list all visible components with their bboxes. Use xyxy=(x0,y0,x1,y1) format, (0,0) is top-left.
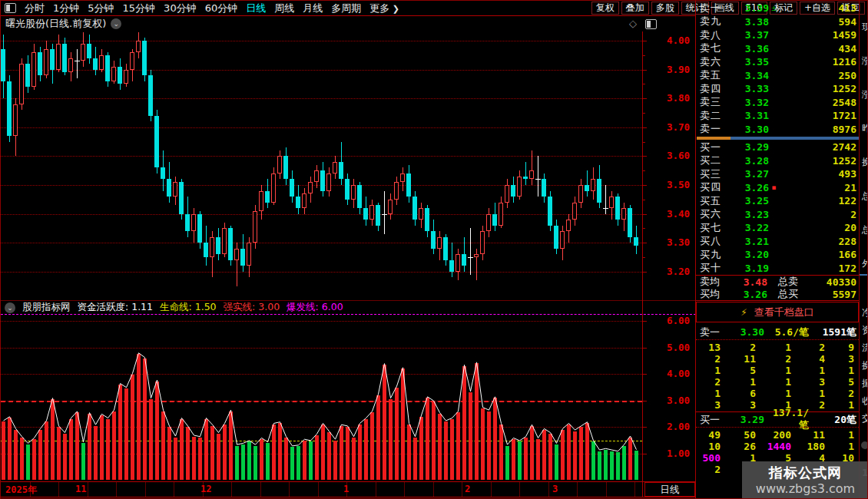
buy-level-row[interactable]: 买二3.281252 xyxy=(696,154,859,168)
period-tab-分时[interactable]: 分时 xyxy=(25,2,45,15)
diamond-icon[interactable]: ◇ xyxy=(629,18,637,29)
sell-level-row[interactable]: 卖四3.331252 xyxy=(696,82,859,96)
period-tab-15分钟[interactable]: 15分钟 xyxy=(123,2,156,15)
queue-cell: 2 xyxy=(696,464,721,475)
candle-up xyxy=(31,52,36,87)
candle-up xyxy=(486,214,491,232)
panel-layout-icon[interactable] xyxy=(645,19,657,29)
candle-up xyxy=(13,104,18,136)
doji-wick xyxy=(538,156,538,197)
candle-down xyxy=(363,208,368,220)
gridline xyxy=(1,156,642,157)
candle-up xyxy=(234,249,239,260)
indicator-collapse-icon[interactable]: ⌄ xyxy=(5,302,15,313)
buy-level-row[interactable]: 买三3.27493 xyxy=(696,167,859,181)
price-tick-label: 3.30 xyxy=(667,236,690,248)
indicator-param: 爆发线: 6.00 xyxy=(287,301,343,314)
period-tab-月线[interactable]: 月线 xyxy=(303,2,323,15)
collapse-chevron-icon[interactable]: ⌄ xyxy=(111,18,121,29)
candle-up xyxy=(572,203,577,220)
date-tick xyxy=(145,482,146,497)
deep-quote-button[interactable]: ⚡ 查看千档盘口 xyxy=(696,302,859,322)
sell-one-queue: 13212921124315111211351611233121 xyxy=(696,342,859,411)
queue-cell: 10 xyxy=(696,441,721,452)
candle-down xyxy=(634,237,638,246)
sell-level-row[interactable]: 卖八3.371459 xyxy=(696,28,859,42)
queue-cell: 13 xyxy=(696,342,721,353)
action-button-多股[interactable]: 多股 xyxy=(651,2,679,15)
indicator-site-label: 股朋指标网 xyxy=(22,301,71,314)
queue-cell: 2 xyxy=(756,353,791,365)
buy-level-row[interactable]: 买十3.19172 xyxy=(696,262,859,276)
candle-down xyxy=(462,254,466,266)
queue-cell: 1 xyxy=(756,388,791,399)
queue-cell: 1 xyxy=(791,365,825,376)
queue-cell: 3 xyxy=(825,353,854,365)
date-tick xyxy=(548,482,549,497)
date-tick xyxy=(231,482,232,497)
clipped-column-char: 总 xyxy=(862,190,868,203)
candle-up xyxy=(277,156,282,173)
queue-cell: 5 xyxy=(721,365,756,376)
period-tab-周线[interactable]: 周线 xyxy=(274,2,294,15)
queue-cell: 50 xyxy=(721,429,756,441)
level-price: 3.25 xyxy=(732,195,769,207)
date-tick xyxy=(577,482,578,497)
candle-down xyxy=(105,55,110,81)
level-price: 3.28 xyxy=(732,155,769,167)
level-marker: ▪ xyxy=(769,183,779,191)
date-tick xyxy=(491,482,492,497)
sell-level-row[interactable]: 卖七3.36434 xyxy=(696,42,859,56)
level-price: 3.29 xyxy=(732,141,769,153)
clipped-column-char: 涨 xyxy=(862,55,868,68)
price-tick-label: 3.60 xyxy=(667,150,690,161)
indicator-histogram[interactable] xyxy=(1,316,642,482)
buy-level-row[interactable]: 买七3.2220 xyxy=(696,221,859,235)
sell-level-row[interactable]: 卖九3.38594 xyxy=(696,15,859,29)
candle-up xyxy=(400,173,405,182)
candle-up xyxy=(456,254,460,272)
sell-level-row[interactable]: 卖三3.322548 xyxy=(696,96,859,110)
queue-label: 买一 xyxy=(700,413,729,427)
period-tab-多周期[interactable]: 多周期 xyxy=(331,2,361,15)
period-tab-日线[interactable]: 日线 xyxy=(246,2,266,15)
sell-level-row[interactable]: 卖十3.39±413 xyxy=(696,2,859,15)
level-marker: ± xyxy=(769,5,779,12)
period-tab-5分钟[interactable]: 5分钟 xyxy=(88,2,114,15)
queue-cell: 180 xyxy=(791,441,825,452)
action-button-叠加[interactable]: 叠加 xyxy=(621,2,649,15)
gridline xyxy=(1,41,642,41)
period-tab-30分钟[interactable]: 30分钟 xyxy=(164,2,197,15)
buy-level-row[interactable]: 买九3.20166 xyxy=(696,248,859,262)
sell-level-row[interactable]: 卖六3.351216 xyxy=(696,55,859,69)
candle-down xyxy=(240,249,245,266)
sell-level-row[interactable]: 卖二3.311721 xyxy=(696,109,859,123)
buy-level-row[interactable]: 买五3.25122 xyxy=(696,194,859,208)
buy-level-row[interactable]: 买八3.21228 xyxy=(696,235,859,249)
main-candlestick-chart[interactable] xyxy=(1,31,642,302)
candle-down xyxy=(523,177,528,180)
level-volume: 1721 xyxy=(779,110,856,121)
sell-level-row[interactable]: 卖一3.308976 xyxy=(696,123,859,137)
period-tab-60分钟[interactable]: 60分钟 xyxy=(205,2,238,15)
indicator-tick-label: 2.00 xyxy=(667,421,690,432)
sell-level-row[interactable]: 卖五3.34250 xyxy=(696,69,859,83)
action-button-复权[interactable]: 复权 xyxy=(591,2,619,15)
buy-level-row[interactable]: 买六3.232 xyxy=(696,208,859,222)
chart-title: 曙光股份(日线.前复权) xyxy=(5,17,106,31)
date-tick xyxy=(404,482,405,497)
buy-level-row[interactable]: 买四3.26▪21 xyxy=(696,181,859,195)
period-indicator[interactable]: 日线 xyxy=(644,482,695,497)
level-volume: 2548 xyxy=(779,97,856,108)
buy-level-row[interactable]: 买一3.292742 xyxy=(696,140,859,154)
gridline xyxy=(1,243,642,243)
separator xyxy=(696,427,859,428)
queue-row: 16112 xyxy=(696,388,859,399)
queue-cell: 2 xyxy=(721,342,756,353)
period-tab-1分钟[interactable]: 1分钟 xyxy=(53,2,79,15)
candle-down xyxy=(87,44,91,58)
pane-toggle-icon[interactable] xyxy=(5,3,16,13)
period-tab-更多[interactable]: 更多 ❯ xyxy=(369,2,399,15)
level-volume: 1252 xyxy=(779,155,856,167)
candle-down xyxy=(228,228,233,259)
